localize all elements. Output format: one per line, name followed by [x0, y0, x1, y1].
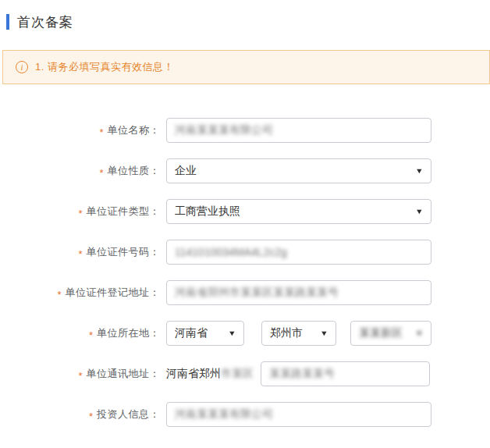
control-cell: 河南省郑州市某某区某某路某某号 — [166, 280, 431, 305]
control-cell: 企业 ▼ — [166, 158, 431, 183]
form-row-cert-number: * 单位证件号码： 1141010034MA4L2c2g — [0, 240, 490, 265]
control-cell: 工商营业执照 ▼ — [166, 199, 431, 224]
control-cell: 河南某某某有限公司 — [166, 402, 431, 427]
field-label: 单位所在地： — [97, 326, 160, 340]
caret-down-icon: ▼ — [415, 208, 424, 215]
required-asterisk: * — [57, 286, 61, 300]
select-value: 企业 — [175, 164, 197, 178]
masked-value: 1141010034MA4L2c2g — [175, 246, 287, 258]
label-cell: * 单位证件类型： — [0, 204, 160, 219]
caret-down-icon: ▼ — [415, 167, 424, 175]
comm-address-input[interactable]: 某某路某某号 — [261, 361, 430, 386]
district-select[interactable]: 某某新区 ▼ — [350, 321, 431, 346]
field-label: 单位证件登记地址： — [66, 286, 161, 300]
investor-info-input[interactable]: 河南某某某有限公司 — [166, 402, 431, 427]
unit-nature-select[interactable]: 企业 ▼ — [166, 158, 431, 183]
caret-down-icon: ▼ — [415, 329, 424, 337]
masked-value: 市某区 — [221, 367, 254, 381]
required-asterisk: * — [89, 327, 93, 340]
label-cell: * 投资人信息： — [0, 407, 160, 421]
masked-value: 河南省郑州市某某区某某路某某号 — [175, 286, 339, 300]
field-label: 投资人信息： — [97, 407, 160, 421]
control-cell: 河南省郑州 市某区 某某路某某号 — [166, 361, 430, 386]
unit-name-input[interactable]: 河南某某某有限公司 — [166, 118, 431, 143]
control-cell: 河南某某某有限公司 — [166, 118, 431, 143]
required-asterisk: * — [78, 246, 82, 259]
comm-address-prefix-text: 河南省郑州 — [166, 367, 221, 381]
page-title-block: 首次备案 — [0, 12, 490, 31]
control-cell: 1141010034MA4L2c2g — [166, 240, 431, 265]
required-asterisk: * — [99, 165, 103, 178]
label-cell: * 单位证件号码： — [0, 245, 160, 259]
required-asterisk: * — [99, 124, 103, 137]
city-select[interactable]: 郑州市 ▼ — [261, 321, 336, 346]
info-circle-icon: i — [16, 61, 28, 73]
form-row-investor: * 投资人信息： 河南某某某有限公司 — [0, 402, 490, 427]
label-cell: * 单位证件登记地址： — [0, 286, 160, 300]
masked-value: 某某路某某号 — [269, 367, 335, 381]
select-value: 河南省 — [175, 326, 208, 340]
field-label: 单位名称： — [108, 123, 161, 137]
field-label: 单位证件类型： — [87, 204, 161, 219]
form-row-comm-address: * 单位通讯地址： 河南省郑州 市某区 某某路某某号 — [0, 361, 490, 386]
control-cell: 河南省 ▼ 郑州市 ▼ 某某新区 ▼ — [166, 321, 431, 346]
page-title: 首次备案 — [17, 13, 73, 31]
label-cell: * 单位性质： — [0, 164, 160, 178]
masked-select-content: 某某新区 ▼ — [359, 326, 423, 340]
form-row-unit-nature: * 单位性质： 企业 ▼ — [0, 158, 490, 183]
caret-down-icon: ▼ — [228, 329, 236, 337]
province-select[interactable]: 河南省 ▼ — [166, 321, 244, 346]
required-asterisk: * — [78, 205, 82, 219]
cert-reg-address-input[interactable]: 河南省郑州市某某区某某路某某号 — [166, 280, 431, 305]
cert-number-input[interactable]: 1141010034MA4L2c2g — [166, 240, 431, 265]
form-row-unit-location: * 单位所在地： 河南省 ▼ 郑州市 ▼ 某某新区 ▼ — [0, 321, 490, 346]
form-row-unit-name: * 单位名称： 河南某某某有限公司 — [0, 118, 490, 143]
masked-value: 河南某某某有限公司 — [175, 123, 273, 137]
select-value: 工商营业执照 — [175, 204, 240, 219]
cert-type-select[interactable]: 工商营业执照 ▼ — [166, 199, 431, 224]
filing-form: * 单位名称： 河南某某某有限公司 * 单位性质： 企业 ▼ — [0, 118, 490, 427]
title-accent-bar — [6, 14, 9, 30]
select-value: 郑州市 — [270, 326, 303, 340]
label-cell: * 单位名称： — [0, 123, 160, 137]
required-asterisk: * — [78, 368, 82, 381]
label-cell: * 单位通讯地址： — [0, 367, 160, 381]
field-label: 单位性质： — [108, 164, 161, 178]
caret-down-icon: ▼ — [320, 329, 328, 337]
notice-text: 1. 请务必填写真实有效信息！ — [35, 60, 174, 74]
form-row-cert-type: * 单位证件类型： 工商营业执照 ▼ — [0, 199, 490, 224]
form-row-cert-reg-address: * 单位证件登记地址： 河南省郑州市某某区某某路某某号 — [0, 280, 490, 305]
notice-banner: i 1. 请务必填写真实有效信息！ — [2, 50, 490, 84]
masked-value: 河南某某某有限公司 — [175, 407, 273, 421]
field-label: 单位通讯地址： — [87, 367, 161, 381]
field-label: 单位证件号码： — [87, 245, 161, 259]
select-value: 某某新区 — [359, 326, 403, 340]
label-cell: * 单位所在地： — [0, 326, 160, 340]
comm-address-prefix: 河南省郑州 市某区 — [166, 367, 254, 381]
first-filing-page: 首次备案 i 1. 请务必填写真实有效信息！ * 单位名称： 河南某某某有限公司… — [0, 0, 490, 448]
required-asterisk: * — [89, 408, 93, 421]
